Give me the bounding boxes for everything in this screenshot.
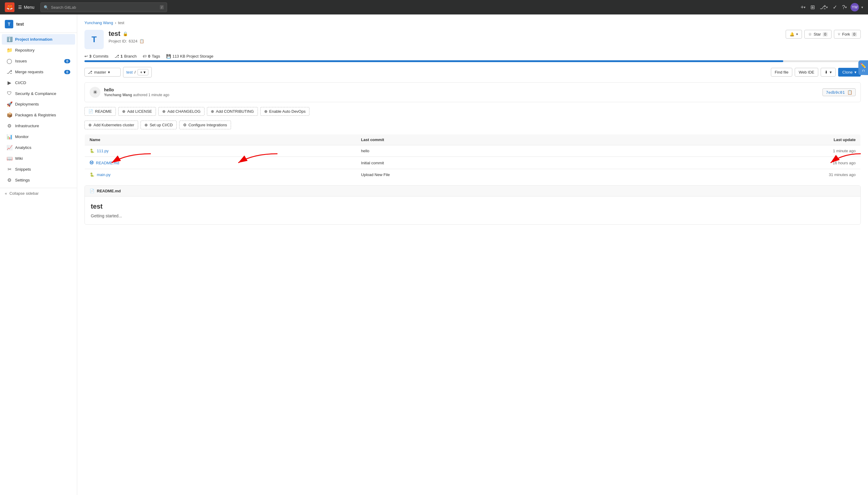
breadcrumb-current: test bbox=[118, 20, 124, 25]
sidebar-item-repository[interactable]: 📁 Repository bbox=[2, 45, 75, 55]
repo-toolbar: ⎇ master ▾ test / + ▾ Find file Web IDE … bbox=[84, 67, 861, 78]
sidebar-item-packages-registries[interactable]: 📦 Packages & Registries bbox=[2, 110, 75, 120]
file-last-update-readme: 16 hours ago bbox=[667, 157, 861, 169]
sidebar-item-label: Snippets bbox=[15, 167, 31, 172]
commit-box: ✳ hello Yunchang Wang authored 1 minute … bbox=[84, 82, 861, 102]
sidebar-item-settings[interactable]: ⚙ Settings bbox=[2, 175, 75, 185]
configure-integrations-button[interactable]: ⚙ Configure Integrations bbox=[179, 121, 231, 129]
sidebar-item-merge-requests[interactable]: ⎇ Merge requests 0 bbox=[2, 67, 75, 77]
file-table-container: Name Last commit Last update 🐍 111.py bbox=[84, 134, 861, 181]
project-lock-icon: 🔒 bbox=[123, 31, 128, 36]
add-contributing-icon: ⊕ bbox=[211, 109, 214, 114]
sidebar-item-label: Merge requests bbox=[15, 70, 44, 74]
cicd-icon: ⊕ bbox=[145, 123, 148, 127]
add-license-icon: ⊕ bbox=[122, 109, 126, 114]
monitor-icon: 📊 bbox=[7, 134, 12, 140]
sidebar-item-label: Issues bbox=[15, 59, 27, 63]
add-changelog-button[interactable]: ⊕ Add CHANGELOG bbox=[158, 107, 204, 116]
menu-button[interactable]: ☰ Menu bbox=[18, 5, 34, 10]
sidebar-item-security-compliance[interactable]: 🛡 Security & Compliance bbox=[2, 88, 75, 99]
sidebar-item-label: Analytics bbox=[15, 145, 31, 150]
project-id: Project ID: 6324 📋 bbox=[108, 39, 781, 44]
commits-icon: ↩ bbox=[84, 54, 88, 58]
add-changelog-icon: ⊕ bbox=[162, 109, 166, 114]
tags-stat[interactable]: 🏷 0 Tags bbox=[143, 54, 160, 58]
file-name-111py[interactable]: 🐍 111.py bbox=[89, 149, 351, 153]
commit-avatar: ✳ bbox=[89, 87, 100, 98]
readme-content: test Getting started... bbox=[85, 197, 861, 224]
sidebar-item-wiki[interactable]: 📖 Wiki bbox=[2, 153, 75, 164]
sidebar-item-label: Infrastructure bbox=[15, 124, 39, 128]
issues-badge: 0 bbox=[64, 59, 70, 63]
add-path-button[interactable]: + ▾ bbox=[137, 69, 148, 75]
sidebar-item-project-information[interactable]: ℹ️ Project information bbox=[2, 34, 75, 45]
sidebar-project-header[interactable]: T test bbox=[0, 17, 77, 33]
ci-cd-icon: ▶ bbox=[7, 80, 12, 86]
search-bar[interactable]: 🔍 Search GitLab / bbox=[40, 2, 167, 12]
sidebar-item-deployments[interactable]: 🚀 Deployments bbox=[2, 99, 75, 109]
enable-auto-devops-button[interactable]: ⊕ Enable Auto DevOps bbox=[260, 107, 310, 116]
deployments-icon: 🚀 bbox=[7, 101, 12, 107]
sidebar-item-analytics[interactable]: 📈 Analytics bbox=[2, 142, 75, 153]
star-icon: ☆ bbox=[808, 32, 812, 36]
todos-icon[interactable]: ✓ bbox=[832, 3, 838, 12]
file-name-readme[interactable]: Ⓜ README.md bbox=[89, 160, 351, 166]
download-button[interactable]: ⬇ ▾ bbox=[821, 68, 836, 76]
commit-meta: Yunchang Wang authored 1 minute ago bbox=[104, 93, 819, 97]
merge-requests-icon[interactable]: ⎇ ▾ bbox=[819, 3, 829, 12]
breadcrumb-separator: › bbox=[115, 20, 116, 25]
python-file-icon: 🐍 bbox=[89, 149, 95, 153]
help-icon[interactable]: ? ▾ bbox=[841, 3, 848, 12]
fork-button[interactable]: ⑂ Fork 0 bbox=[834, 30, 861, 39]
user-avatar[interactable]: YW bbox=[851, 3, 859, 12]
file-name-mainpy[interactable]: 🐍 main.py bbox=[89, 172, 351, 177]
clone-button[interactable]: Clone ▾ bbox=[838, 68, 861, 76]
sidebar-item-infrastructure[interactable]: ⚙ Infrastructure bbox=[2, 121, 75, 131]
branch-icon: ⎇ bbox=[88, 70, 92, 74]
sidebar-item-snippets[interactable]: ✂ Snippets bbox=[2, 164, 75, 174]
add-kubernetes-button[interactable]: ⊕ Add Kubernetes cluster bbox=[84, 121, 138, 129]
sidebar-item-label: Packages & Registries bbox=[15, 113, 56, 117]
web-ide-button[interactable]: Web IDE bbox=[795, 68, 818, 76]
sidebar-item-monitor[interactable]: 📊 Monitor bbox=[2, 132, 75, 142]
main-layout: T test ℹ️ Project information 📁 Reposito… bbox=[0, 15, 868, 495]
sidebar-project-avatar: T bbox=[5, 20, 13, 28]
breadcrumb-parent[interactable]: Yunchang Wang bbox=[84, 20, 113, 25]
right-panel[interactable]: ✏️ C笔记 bbox=[858, 60, 868, 75]
file-last-commit-mainpy: Upload New File bbox=[356, 169, 667, 181]
security-icon: 🛡 bbox=[7, 91, 12, 96]
add-contributing-button[interactable]: ⊕ Add CONTRIBUTING bbox=[207, 107, 258, 116]
project-actions: 🔔 ▾ ☆ Star 0 ⑂ Fork 0 bbox=[786, 30, 861, 39]
commits-stat[interactable]: ↩ 3 Commits bbox=[84, 54, 108, 58]
gitlab-logo[interactable]: 🦊 bbox=[5, 2, 15, 12]
sidebar-item-ci-cd[interactable]: ▶ CI/CD bbox=[2, 78, 75, 88]
readme-button[interactable]: 📄 README bbox=[84, 107, 116, 116]
sidebar-item-issues[interactable]: ◯ Issues 0 bbox=[2, 56, 75, 66]
collapse-sidebar-button[interactable]: « Collapse sidebar bbox=[0, 188, 77, 199]
project-header: T test 🔒 Project ID: 6324 📋 🔔 ▾ bbox=[84, 30, 861, 49]
star-button[interactable]: ☆ Star 0 bbox=[804, 30, 832, 39]
branch-stat[interactable]: ⎇ 1 Branch bbox=[115, 54, 137, 58]
add-license-button[interactable]: ⊕ Add LICENSE bbox=[118, 107, 156, 116]
merge-requests-badge: 0 bbox=[64, 70, 70, 74]
new-button[interactable]: + ▾ bbox=[799, 3, 807, 12]
table-row: 🐍 111.py hello 1 minute ago bbox=[85, 145, 861, 157]
commit-message[interactable]: hello bbox=[104, 87, 819, 92]
find-file-button[interactable]: Find file bbox=[771, 68, 792, 76]
search-icon: 🔍 bbox=[44, 5, 49, 10]
copy-id-icon[interactable]: 📋 bbox=[139, 39, 144, 44]
setup-cicd-button[interactable]: ⊕ Set up CI/CD bbox=[140, 121, 177, 129]
readme-file-icon: 📄 bbox=[89, 189, 95, 193]
top-navigation: 🦊 ☰ Menu 🔍 Search GitLab / + ▾ ⊞ ⎇ ▾ ✓ ?… bbox=[0, 0, 868, 15]
markdown-file-icon: Ⓜ bbox=[89, 160, 94, 166]
copy-hash-icon[interactable]: 📋 bbox=[847, 90, 852, 95]
notification-button[interactable]: 🔔 ▾ bbox=[786, 30, 802, 39]
fork-count: 0 bbox=[852, 32, 857, 36]
right-panel-label: C笔记 bbox=[861, 70, 865, 73]
branch-selector[interactable]: ⎇ master ▾ bbox=[84, 68, 121, 76]
action-buttons-row2: ⊕ Add Kubernetes cluster ⊕ Set up CI/CD … bbox=[84, 121, 861, 129]
view-icon[interactable]: ⊞ bbox=[809, 3, 816, 12]
sidebar: T test ℹ️ Project information 📁 Reposito… bbox=[0, 15, 77, 495]
avatar-chevron[interactable]: ▾ bbox=[861, 5, 863, 9]
sidebar-item-label: Wiki bbox=[15, 156, 23, 161]
